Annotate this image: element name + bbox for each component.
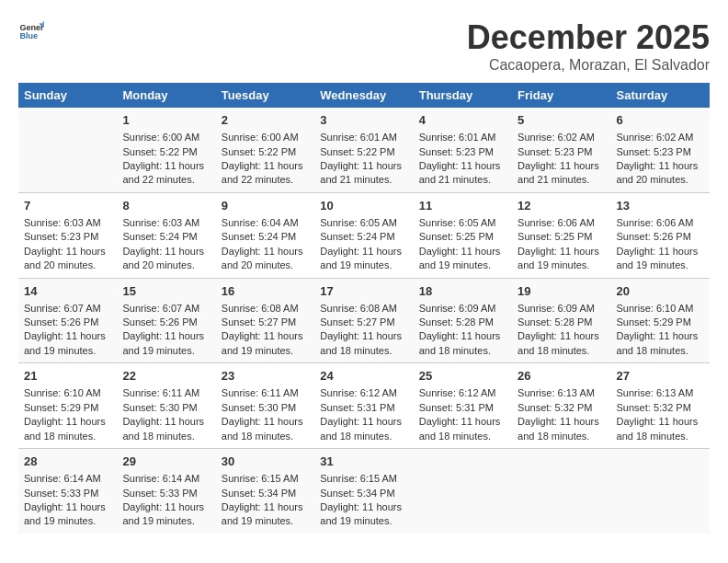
day-info: and 19 minutes. [122,514,210,528]
day-number: 20 [617,283,704,300]
day-info: and 19 minutes. [24,514,111,528]
calendar-cell: 3Sunrise: 6:01 AMSunset: 5:22 PMDaylight… [314,108,413,192]
day-info: Sunset: 5:32 PM [617,401,704,415]
calendar-cell [512,449,610,534]
day-info: Daylight: 11 hours [222,245,309,259]
day-info: and 19 minutes. [518,259,605,272]
day-number: 2 [222,112,309,129]
day-info: and 18 minutes. [617,430,704,443]
day-info: Sunset: 5:26 PM [122,316,210,329]
day-number: 14 [24,283,111,300]
day-info: Daylight: 11 hours [518,159,605,173]
day-number: 12 [518,198,605,214]
day-info: and 18 minutes. [617,344,704,358]
calendar-cell: 22Sunrise: 6:11 AMSunset: 5:30 PMDayligh… [117,363,215,449]
day-info: and 22 minutes. [122,173,210,187]
day-info: and 18 minutes. [320,344,407,358]
day-info: Sunrise: 6:01 AM [419,131,506,144]
day-info: and 18 minutes. [320,430,407,443]
day-number: 19 [518,283,605,300]
day-info: Sunrise: 6:04 AM [222,216,309,230]
day-info: Daylight: 11 hours [122,500,210,514]
day-info: Daylight: 11 hours [320,500,407,514]
calendar-cell: 23Sunrise: 6:11 AMSunset: 5:30 PMDayligh… [216,363,314,449]
day-info: Daylight: 11 hours [518,245,605,259]
day-info: Daylight: 11 hours [122,415,210,429]
day-info: Daylight: 11 hours [617,329,704,343]
day-info: and 21 minutes. [419,173,506,187]
day-info: Daylight: 11 hours [222,329,309,343]
day-info: Sunrise: 6:09 AM [419,302,506,316]
day-info: and 20 minutes. [122,259,210,272]
calendar-cell: 8Sunrise: 6:03 AMSunset: 5:24 PMDaylight… [117,192,215,278]
calendar-cell: 12Sunrise: 6:06 AMSunset: 5:25 PMDayligh… [512,192,610,278]
day-number: 13 [617,198,704,214]
calendar-cell: 28Sunrise: 6:14 AMSunset: 5:33 PMDayligh… [18,449,117,534]
day-info: Sunset: 5:24 PM [320,230,407,244]
calendar-cell: 24Sunrise: 6:12 AMSunset: 5:31 PMDayligh… [314,363,413,449]
day-info: Sunset: 5:34 PM [320,487,407,500]
day-info: Daylight: 11 hours [320,159,407,173]
calendar-table: SundayMondayTuesdayWednesdayThursdayFrid… [18,83,710,534]
day-info: and 22 minutes. [222,173,309,187]
day-info: Sunset: 5:29 PM [24,401,111,415]
day-info: Sunrise: 6:15 AM [320,472,407,486]
day-info: Sunrise: 6:02 AM [518,131,605,144]
day-info: Daylight: 11 hours [24,500,111,514]
day-info: Daylight: 11 hours [122,329,210,343]
day-info: Sunrise: 6:05 AM [419,216,506,230]
day-number: 29 [122,454,210,470]
day-info: Sunset: 5:30 PM [222,401,309,415]
day-info: Sunset: 5:22 PM [320,145,407,159]
day-info: Sunset: 5:22 PM [222,145,309,159]
day-info: Sunset: 5:33 PM [24,487,111,500]
calendar-week-row: 1Sunrise: 6:00 AMSunset: 5:22 PMDaylight… [18,108,710,192]
day-info: and 19 minutes. [419,259,506,272]
day-info: Sunset: 5:28 PM [518,316,605,329]
day-info: Sunset: 5:29 PM [617,316,704,329]
day-info: Sunrise: 6:15 AM [222,472,309,486]
day-info: Sunset: 5:24 PM [222,230,309,244]
calendar-cell: 7Sunrise: 6:03 AMSunset: 5:23 PMDaylight… [18,192,117,278]
day-info: Sunset: 5:32 PM [518,401,605,415]
day-info: Sunset: 5:26 PM [24,316,111,329]
calendar-cell: 13Sunrise: 6:06 AMSunset: 5:26 PMDayligh… [611,192,710,278]
day-number: 11 [419,198,506,214]
day-number: 16 [222,283,309,300]
calendar-cell: 6Sunrise: 6:02 AMSunset: 5:23 PMDaylight… [611,108,710,192]
weekday-header-friday: Friday [512,83,610,108]
day-info: and 18 minutes. [222,430,309,443]
weekday-header-wednesday: Wednesday [314,83,413,108]
day-number: 23 [222,368,309,385]
day-number: 6 [617,112,704,129]
day-info: Sunrise: 6:09 AM [518,302,605,316]
day-number: 5 [518,112,605,129]
day-info: Sunset: 5:31 PM [419,401,506,415]
day-number: 4 [419,112,506,129]
day-number: 9 [222,198,309,214]
day-info: Sunrise: 6:07 AM [122,302,210,316]
day-number: 30 [222,454,309,470]
day-number: 7 [24,198,111,214]
day-info: Sunrise: 6:06 AM [617,216,704,230]
day-number: 31 [320,454,407,470]
day-info: and 20 minutes. [222,259,309,272]
day-info: Sunrise: 6:01 AM [320,131,407,144]
day-info: and 18 minutes. [419,344,506,358]
day-info: Sunrise: 6:10 AM [617,302,704,316]
day-info: Daylight: 11 hours [617,159,704,173]
logo: General Blue [18,18,44,44]
calendar-cell [611,449,710,534]
day-info: Sunset: 5:23 PM [518,145,605,159]
weekday-header-saturday: Saturday [611,83,710,108]
day-info: Sunset: 5:30 PM [122,401,210,415]
day-info: Sunset: 5:22 PM [122,145,210,159]
day-info: and 19 minutes. [222,344,309,358]
calendar-cell: 31Sunrise: 6:15 AMSunset: 5:34 PMDayligh… [314,449,413,534]
day-info: Daylight: 11 hours [419,415,506,429]
day-number: 18 [419,283,506,300]
weekday-header-thursday: Thursday [414,83,512,108]
calendar-cell: 18Sunrise: 6:09 AMSunset: 5:28 PMDayligh… [414,278,512,363]
day-info: Sunrise: 6:08 AM [222,302,309,316]
day-number: 26 [518,368,605,385]
